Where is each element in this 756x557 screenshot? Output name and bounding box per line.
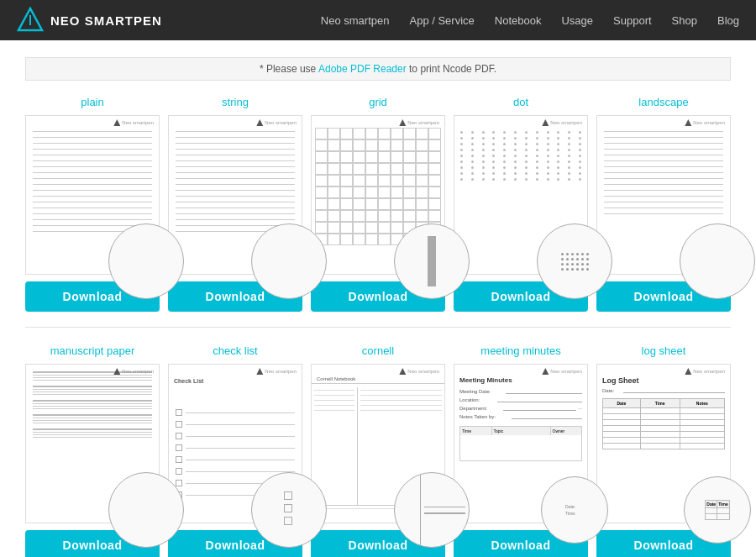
magnifier-logsheet: Date Time <box>684 476 751 544</box>
nav-item-app[interactable]: App / Service <box>409 13 474 28</box>
paper-label-cornell: cornell <box>362 344 394 357</box>
main-content: * Please use Adobe PDF Reader to print N… <box>0 40 756 557</box>
notice-text: * Please use <box>260 63 318 75</box>
paper-grid-row1: plain Neo smartpen A1. <box>25 96 731 312</box>
nav-links: Neo smartpen App / Service Notebook Usag… <box>321 13 739 28</box>
nav-item-usage[interactable]: Usage <box>561 13 593 28</box>
paper-label-grid: grid <box>369 96 387 108</box>
logo-text: NEO SMARTPEN <box>50 13 162 28</box>
notice-bar: * Please use Adobe PDF Reader to print N… <box>25 57 731 81</box>
paper-item-logsheet: log sheet Neo smartpen Log Sheet Date: D… <box>596 344 731 557</box>
logo-icon <box>17 7 44 34</box>
magnifier-cornell <box>394 472 470 548</box>
paper-item-string: string Neo smartpen ⌐ 8mm L <box>168 96 302 312</box>
paper-label-manuscript: manuscript paper <box>50 344 134 357</box>
section-divider <box>25 327 731 328</box>
nav-item-neo[interactable]: Neo smartpen <box>321 13 390 28</box>
paper-item-cornell: cornell Neo smartpen Cornell Notebook <box>311 344 445 557</box>
magnifier-string <box>251 223 327 299</box>
nav-item-shop[interactable]: Shop <box>672 13 697 28</box>
magnifier-grid <box>394 223 470 299</box>
paper-label-checklist: check list <box>213 344 257 357</box>
nav-item-support[interactable]: Support <box>613 13 652 28</box>
magnifier-meeting: Date: Time: <box>541 476 608 544</box>
paper-item-meeting: meeting minutes Neo smartpen Meeting Min… <box>454 344 588 557</box>
magnifier-dot <box>537 223 612 299</box>
magnifier-landscape <box>680 223 755 299</box>
paper-label-dot: dot <box>513 96 528 108</box>
paper-label-meeting: meeting minutes <box>480 344 560 357</box>
paper-item-plain: plain Neo smartpen A1. <box>25 96 160 312</box>
paper-item-landscape: landscape Neo smartpen ⌐ 8mm L <box>596 96 731 312</box>
magnifier-checklist <box>251 472 327 548</box>
nav-item-blog[interactable]: Blog <box>717 13 739 28</box>
magnifier-plain <box>108 223 184 299</box>
paper-grid-row2: manuscript paper Neo smartpen <box>25 344 731 557</box>
paper-item-grid: grid Neo smartpen <box>311 96 445 312</box>
adobe-link[interactable]: Adobe PDF Reader <box>318 63 407 75</box>
logo: NEO SMARTPEN <box>17 7 162 34</box>
paper-item-dot: dot Neo smartpen D1. <box>454 96 588 312</box>
paper-item-checklist: check list Neo smartpen Check List <box>168 344 302 557</box>
paper-item-manuscript: manuscript paper Neo smartpen <box>25 344 160 557</box>
paper-label-string: string <box>222 96 249 108</box>
paper-label-landscape: landscape <box>638 96 688 108</box>
notice-text2: to print Ncode PDF. <box>407 63 496 75</box>
nav-item-notebook[interactable]: Notebook <box>495 13 542 28</box>
paper-label-logsheet: log sheet <box>642 344 686 357</box>
magnifier-manuscript <box>108 472 184 548</box>
paper-label-plain: plain <box>81 96 103 108</box>
navigation: NEO SMARTPEN Neo smartpen App / Service … <box>0 0 756 40</box>
